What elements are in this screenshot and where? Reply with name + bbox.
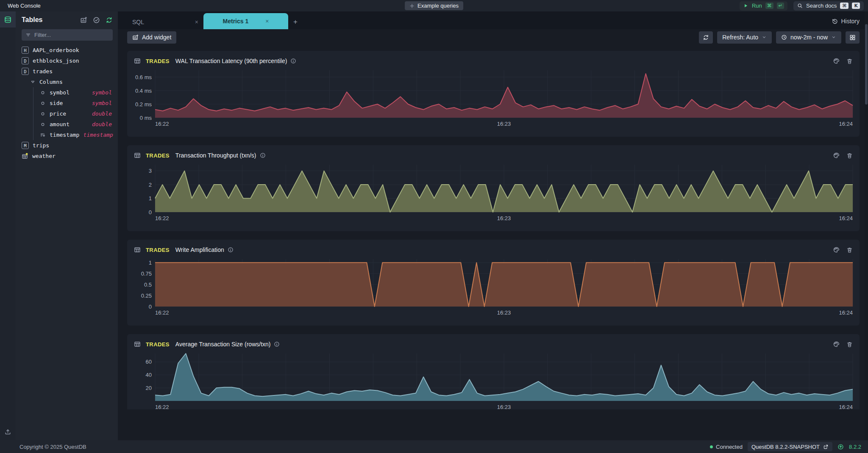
filter-input[interactable] [34,32,109,38]
tables-panel-toggle[interactable] [0,11,16,28]
palette-icon[interactable] [833,246,840,253]
add-widget-button[interactable]: Add widget [127,31,176,44]
column-type: double [92,121,112,127]
close-icon[interactable]: × [195,19,198,25]
metric-chart[interactable]: 00.250.50.75116:2216:2316:24 [131,257,856,320]
grid-view-button[interactable] [846,31,860,44]
table-kind-badge: H [22,47,29,54]
x-tick-label: 16:24 [839,309,853,316]
filter-icon [25,32,31,38]
table-name: trades [33,68,53,75]
time-range-label: now-2m - now [790,34,828,41]
column-row[interactable]: pricedouble [33,108,118,119]
column-circle-icon [40,111,46,117]
info-icon[interactable] [274,341,280,347]
trash-icon[interactable] [846,58,853,64]
column-name: symbol [50,89,70,96]
widgets-area: TRADESWAL Transaction Latency (90th perc… [118,44,868,409]
trash-icon[interactable] [846,341,853,348]
y-tick-label: 0.2 ms [135,101,152,108]
search-docs-label: Search docs [806,3,837,9]
upload-icon[interactable] [4,428,11,435]
y-tick-label: 20 [146,385,152,391]
chevron-down-icon [831,35,836,40]
y-tick-label: 0 [149,209,152,215]
search-docs-button[interactable]: Search docs ⌘ K [793,1,864,11]
trash-icon[interactable] [846,152,853,159]
metric-chart[interactable]: 20406016:2216:2316:24 [131,351,856,409]
close-icon[interactable]: × [265,18,269,25]
x-tick-label: 16:24 [839,404,853,409]
table-icon [134,152,141,159]
x-tick-label: 16:24 [839,215,853,221]
tab-sql[interactable]: SQL × [127,15,203,29]
columns-toggle[interactable]: Columns [16,77,118,87]
up-circle-icon[interactable] [837,444,844,450]
scrollbar-thumb[interactable] [865,24,868,105]
y-tick-label: 0 [149,304,152,310]
tab-metrics[interactable]: Metrics 1 × [203,13,288,29]
metric-widget: TRADESAverage Transaction Size (rows/txn… [127,334,860,409]
column-row[interactable]: sidesymbol [33,98,118,108]
y-tick-label: 2 [149,182,152,188]
widget-title: WAL Transaction Latency (90th percentile… [175,58,287,64]
history-label: History [841,18,860,25]
run-button[interactable]: Run ⌘ ↵ [740,1,787,11]
cmd-key-badge: ⌘ [840,3,849,9]
y-tick-label: 0.5 [144,282,152,288]
example-queries-button[interactable]: Example queries [405,1,463,10]
time-range-dropdown[interactable]: now-2m - now [776,31,841,44]
column-type: symbol [92,100,112,106]
y-tick-label: 0.4 ms [135,88,152,94]
refresh-mode-dropdown[interactable]: Refresh: Auto [717,31,772,44]
column-row[interactable]: timestamptimestamp [33,130,118,140]
version-label: QuestDB 8.2.2-SNAPSHOT [751,444,820,450]
refresh-icon [703,34,709,41]
y-tick-label: 0.6 ms [135,74,152,80]
y-tick-label: 0.75 [141,271,152,277]
metric-widget: TRADESTransaction Throughput (txn/s)0123… [127,145,860,231]
palette-icon[interactable] [833,152,840,159]
palette-icon[interactable] [833,58,840,64]
table-row[interactable]: Dethblocks_json [16,55,118,66]
table-icon [134,58,141,64]
top-bar: Web Console Example queries Run ⌘ ↵ Sear… [0,0,868,11]
column-circle-icon [40,122,46,127]
table-row[interactable]: weather [16,151,118,161]
x-tick-label: 16:22 [155,121,169,127]
table-row[interactable]: Mtrips [16,140,118,151]
x-tick-label: 16:22 [155,404,169,409]
palette-icon[interactable] [833,341,840,348]
scrollbar-track[interactable] [865,11,868,440]
metric-chart[interactable]: 0 ms0.2 ms0.4 ms0.6 ms16:2216:2316:24 [131,68,856,131]
designated-timestamp-icon [40,132,46,138]
table-name: weather [32,153,56,159]
history-button[interactable]: History [832,13,860,29]
version-link[interactable]: QuestDB 8.2.2-SNAPSHOT [748,442,832,451]
check-circle-icon[interactable] [93,17,100,24]
info-icon[interactable] [290,58,296,64]
metric-chart[interactable]: 012316:2216:2316:24 [131,162,856,226]
add-metrics-icon[interactable] [80,17,87,24]
status-bar: Copyright © 2025 QuestDB Connected Quest… [0,440,868,453]
column-name: side [50,100,63,106]
example-queries-label: Example queries [417,3,459,9]
info-icon[interactable] [228,247,234,253]
column-row[interactable]: symbolsymbol [33,87,118,98]
materialized-view-icon [22,153,28,160]
connected-label: Connected [716,444,743,450]
table-icon [134,341,141,348]
table-name: ethblocks_json [33,58,79,64]
info-icon[interactable] [260,152,266,158]
refresh-button[interactable] [699,31,713,44]
table-row[interactable]: HAAPL_orderbook [16,45,118,55]
trash-icon[interactable] [846,247,853,253]
table-tree: HAAPL_orderbookDethblocks_jsonDtradesCol… [16,45,118,161]
table-row[interactable]: Dtrades [16,66,118,77]
enter-key-badge: ↵ [777,3,784,9]
column-row[interactable]: amountdouble [33,119,118,130]
refresh-icon[interactable] [106,17,113,24]
add-tab-button[interactable]: + [288,15,303,29]
x-tick-label: 16:24 [839,121,853,127]
filter-input-wrap [22,29,113,41]
